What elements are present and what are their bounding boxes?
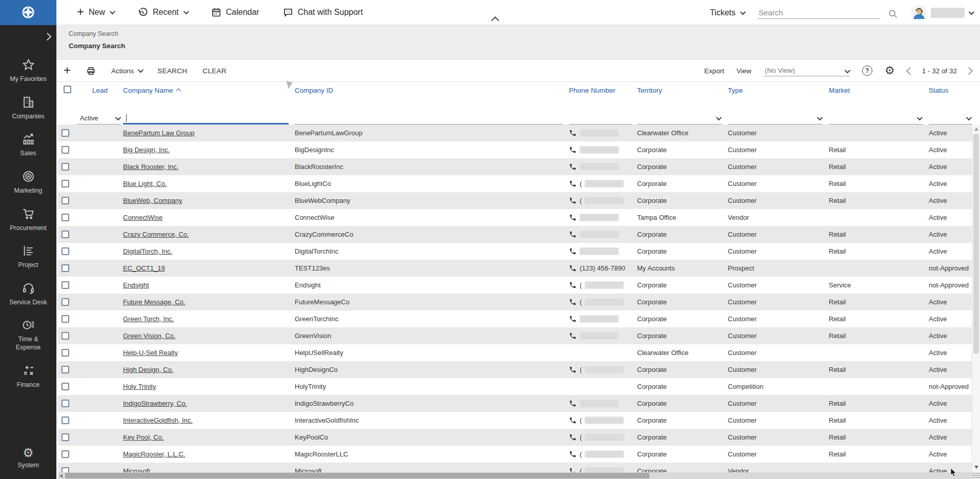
company-id-filter-input[interactable] (295, 114, 563, 124)
actions-menu-button[interactable]: Actions (111, 67, 142, 75)
company-name-link[interactable]: High Design, Co. (123, 366, 173, 373)
row-checkbox[interactable] (62, 129, 69, 137)
company-name-link[interactable]: Big Design, Inc. (123, 146, 170, 154)
search-icon[interactable] (888, 9, 898, 19)
previous-page-button[interactable] (906, 67, 914, 75)
horizontal-scrollbar[interactable] (58, 472, 972, 479)
column-header-status[interactable]: Status (929, 82, 972, 94)
chat-support-button[interactable]: Chat with Support (283, 7, 363, 17)
vertical-scrollbar-thumb[interactable] (973, 134, 979, 354)
company-name-link[interactable]: Endsight (123, 281, 149, 289)
connectwise-logo[interactable] (0, 0, 56, 25)
company-name-link[interactable]: Key Pool, Co. (123, 433, 164, 441)
column-header-type[interactable]: Type (728, 82, 829, 94)
row-checkbox[interactable] (62, 264, 69, 272)
column-header-company-id[interactable]: Company ID (295, 82, 569, 94)
tickets-menu-button[interactable]: Tickets (710, 8, 744, 17)
breadcrumb[interactable]: Company Search (69, 30, 980, 37)
row-checkbox[interactable] (62, 281, 69, 289)
column-header-market[interactable]: Market (829, 82, 929, 94)
search-button[interactable]: SEARCH (157, 67, 187, 75)
row-checkbox[interactable] (62, 197, 69, 204)
scroll-down-arrow-icon[interactable] (974, 466, 978, 469)
recent-menu-button[interactable]: Recent (137, 7, 188, 18)
sidebar-item-project[interactable]: Project (0, 238, 56, 275)
settings-button[interactable]: ⚙ (885, 65, 895, 76)
type-filter-select[interactable] (728, 114, 823, 124)
clear-button[interactable]: CLEAR (202, 67, 227, 75)
target-icon (22, 170, 35, 183)
company-name-link[interactable]: Help-U-Sell Realty (123, 349, 178, 357)
new-menu-button[interactable]: + New (77, 7, 114, 18)
market-cell: Retail (829, 180, 929, 188)
row-checkbox[interactable] (62, 366, 69, 373)
company-name-link[interactable]: InteractiveGoldfish, Inc. (123, 416, 193, 424)
row-checkbox[interactable] (62, 332, 69, 340)
column-header-phone-number[interactable]: Phone Number (569, 82, 637, 94)
add-record-button[interactable]: + (64, 65, 71, 76)
sidebar-expand-button[interactable] (45, 32, 50, 41)
company-name-link[interactable]: Green Vision, Co. (123, 332, 175, 340)
phone-cell (569, 163, 637, 171)
company-name-link[interactable]: Green Torch, Inc. (123, 315, 174, 323)
scroll-left-arrow-icon[interactable] (59, 474, 63, 478)
market-filter-select[interactable] (829, 114, 923, 124)
territory-filter-select[interactable] (637, 114, 722, 124)
export-button[interactable]: Export (704, 67, 724, 75)
company-name-link[interactable]: EC_OCT1_19 (123, 264, 165, 272)
row-checkbox[interactable] (62, 163, 69, 171)
row-checkbox[interactable] (62, 146, 69, 154)
company-name-link[interactable]: DigitalTorch, Inc. (123, 247, 172, 255)
sidebar-item-system[interactable]: ⚙ System (0, 447, 56, 470)
row-checkbox[interactable] (62, 298, 69, 306)
row-checkbox[interactable] (62, 383, 69, 390)
company-name-link[interactable]: Black Rooster, Inc. (123, 163, 178, 171)
sidebar-item-time-expense[interactable]: Time & Expense (0, 312, 56, 357)
sidebar-item-my-favorites[interactable]: My Favorites (0, 52, 56, 89)
global-search-input[interactable] (758, 7, 880, 19)
column-header-territory[interactable]: Territory (637, 82, 728, 94)
row-checkbox[interactable] (62, 214, 69, 221)
horizontal-scrollbar-thumb[interactable] (65, 473, 649, 478)
company-name-link[interactable]: IndigoStrawberry, Co. (123, 400, 187, 407)
row-checkbox[interactable] (62, 231, 69, 238)
row-checkbox[interactable] (62, 400, 69, 407)
column-header-lead[interactable]: Lead (77, 82, 123, 94)
sidebar-item-service-desk[interactable]: Service Desk (0, 275, 56, 313)
row-checkbox[interactable] (62, 433, 69, 441)
column-header-company-name[interactable]: Company Name (123, 82, 295, 94)
company-name-link[interactable]: MagicRooster, L.L.C. (123, 450, 185, 458)
user-menu-button[interactable] (911, 5, 973, 20)
row-checkbox[interactable] (62, 315, 69, 323)
row-checkbox[interactable] (62, 416, 69, 424)
row-checkbox[interactable] (62, 247, 69, 255)
company-name-filter-input[interactable] (123, 114, 289, 124)
company-name-link[interactable]: BlueWeb, Company (123, 197, 182, 204)
scroll-up-arrow-icon[interactable] (974, 128, 978, 131)
next-page-button[interactable] (965, 67, 973, 75)
row-checkbox[interactable] (62, 349, 69, 357)
navbar-collapse-button[interactable] (493, 15, 499, 25)
company-name-link[interactable]: Holy Trinity (123, 383, 156, 390)
phone-filter-input[interactable] (569, 114, 632, 124)
company-name-link[interactable]: Blue Light, Co. (123, 180, 167, 188)
company-name-link[interactable]: Future Message, Co. (123, 298, 185, 306)
sidebar-item-marketing[interactable]: Marketing (0, 163, 56, 201)
help-button[interactable]: ? (862, 66, 872, 76)
sidebar-item-procurement[interactable]: Procurement (0, 201, 56, 238)
sidebar-item-sales[interactable]: Sales (0, 126, 56, 163)
calendar-button[interactable]: Calendar (211, 7, 259, 17)
row-checkbox[interactable] (62, 180, 69, 188)
company-name-link[interactable]: ConnectWise (123, 214, 162, 221)
select-all-checkbox[interactable] (64, 86, 71, 93)
vertical-scrollbar[interactable] (972, 124, 980, 479)
company-name-link[interactable]: BenePartum Law Group (123, 129, 194, 137)
print-button[interactable] (86, 66, 96, 76)
company-name-link[interactable]: Crazy Commerce, Co. (123, 231, 189, 238)
sidebar-item-finance[interactable]: Finance (0, 358, 56, 395)
sidebar-item-companies[interactable]: Companies (0, 89, 56, 127)
view-select[interactable]: (No View) (764, 66, 850, 76)
row-checkbox[interactable] (62, 450, 69, 458)
status-filter-select[interactable] (929, 114, 972, 124)
lead-filter-select[interactable]: Active (77, 114, 121, 124)
